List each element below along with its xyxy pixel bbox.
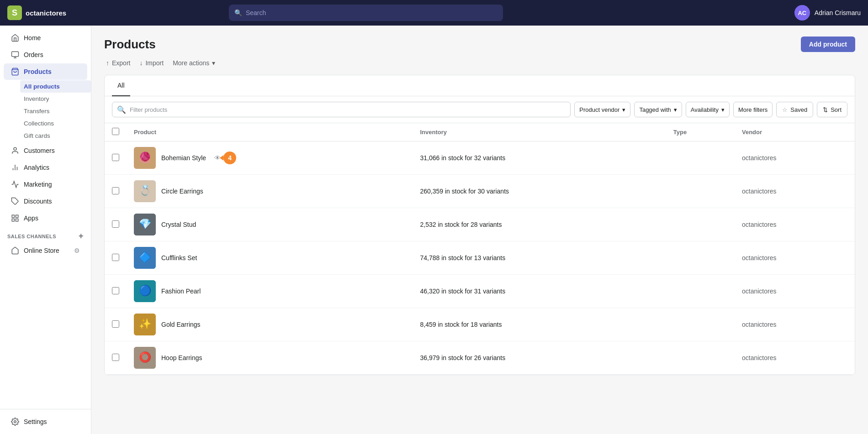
product-cell: 🔷 Cufflinks Set [134,247,405,269]
saved-filter-button[interactable]: ☆ Saved [776,102,813,117]
row-checkbox[interactable] [112,187,119,194]
sales-channels-section: SALES CHANNELS + [0,227,91,243]
table-row: 🔷 Cufflinks Set 74,788 in stock for 13 v… [105,241,855,275]
product-thumbnail: 💍 [134,180,156,202]
row-checkbox[interactable] [112,254,119,261]
sidebar-item-discounts[interactable]: Discounts [4,193,87,209]
user-menu[interactable]: AC Adrian Crismaru [794,5,861,21]
tagged-with-filter[interactable]: Tagged with ▾ [634,102,682,117]
product-thumbnail: 💎 [134,214,156,235]
product-name[interactable]: Gold Earrings [161,321,201,328]
sort-icon: ⇅ [823,106,828,113]
toolbar: ↑ Export ↓ Import More actions ▾ [104,58,855,68]
add-sales-channel-button[interactable]: + [79,231,84,241]
page-title: Products [104,37,156,52]
svg-text:⭕: ⭕ [139,351,152,363]
product-cell: 💎 Crystal Stud [134,214,405,235]
select-all-checkbox[interactable] [112,128,119,135]
sidebar-item-apps[interactable]: Apps [4,210,87,226]
vendor-chevron-icon: ▾ [622,106,625,113]
product-thumbnail: ✨ [134,314,156,335]
vendor-value: octanictores [742,321,776,328]
product-name[interactable]: Cufflinks Set [161,254,197,261]
product-cell: ⭕ Hoop Earrings [134,347,405,369]
sidebar-item-orders[interactable]: Orders [4,47,87,63]
svg-text:🔵: 🔵 [139,284,152,297]
col-vendor: Vendor [735,123,855,141]
subnav-transfers[interactable]: Transfers [20,105,91,117]
shopify-icon: S [7,5,22,20]
filter-search-icon: 🔍 [117,105,126,114]
import-button[interactable]: ↓ Import [138,58,165,68]
svg-rect-10 [16,215,18,217]
product-name[interactable]: Crystal Stud [161,221,196,228]
product-cell: ✨ Gold Earrings [134,314,405,335]
availability-filter[interactable]: Availability ▾ [686,102,730,117]
row-checkbox[interactable] [112,287,119,294]
brand-name: octanictores [26,9,66,17]
product-name[interactable]: Hoop Earrings [161,354,202,361]
product-name[interactable]: Circle Earrings [161,188,203,195]
sidebar-item-products[interactable]: Products [4,63,87,80]
more-actions-button[interactable]: More actions ▾ [171,58,217,68]
product-cell: 💍 Circle Earrings [134,180,405,202]
top-navigation: S octanictores 🔍 AC Adrian Crismaru [0,0,868,26]
vendor-value: octanictores [742,288,776,295]
sidebar-item-marketing[interactable]: Marketing [4,176,87,193]
row-checkbox[interactable] [112,220,119,228]
subnav-inventory[interactable]: Inventory [20,93,91,105]
sidebar-item-online-store[interactable]: Online Store ⚙ [4,243,87,258]
tab-all[interactable]: All [112,75,130,96]
vendor-value: octanictores [742,354,776,361]
products-subnav: All products Inventory Transfers Collect… [0,80,91,142]
inventory-value: 36,979 in stock for 26 variants [420,354,505,361]
inventory-value: 31,066 in stock for 32 variants [420,154,505,162]
sidebar-item-analytics[interactable]: Analytics [4,159,87,176]
settings-icon [11,418,19,426]
subnav-gift-cards[interactable]: Gift cards [20,130,91,142]
sidebar-label-analytics: Analytics [24,164,49,171]
sidebar-item-home[interactable]: Home [4,30,87,46]
product-vendor-filter[interactable]: Product vendor ▾ [574,102,630,117]
subnav-all-products[interactable]: All products [20,80,91,93]
col-type: Type [666,123,735,141]
product-cell: 🔵 Fashion Pearl [134,280,405,302]
export-button[interactable]: ↑ Export [104,58,132,68]
availability-chevron-icon: ▾ [721,106,725,113]
product-name[interactable]: Fashion Pearl [161,288,201,295]
sidebar-label-customers: Customers [24,147,55,154]
brand-logo[interactable]: S octanictores [7,5,80,20]
filter-products-input[interactable] [130,106,566,113]
table-row: 💍 Circle Earrings 260,359 in stock for 3… [105,175,855,208]
products-icon [11,68,19,76]
more-filters-button[interactable]: More filters [733,102,773,117]
main-content: Products Add product ↑ Export ↓ Import M… [91,26,868,434]
inventory-value: 46,320 in stock for 31 variants [420,288,505,295]
orders-icon [11,51,19,59]
sidebar-item-settings[interactable]: Settings [4,413,87,430]
sidebar-label-home: Home [24,34,41,42]
product-thumbnail: 🧶 [134,147,156,169]
filter-bar: 🔍 Product vendor ▾ Tagged with ▾ Availab… [105,96,855,123]
subnav-collections[interactable]: Collections [20,117,91,130]
sidebar-label-settings: Settings [24,418,47,425]
product-name[interactable]: Bohemian Style [161,154,206,162]
sidebar-label-products: Products [24,68,52,75]
inventory-value: 74,788 in stock for 13 variants [420,254,505,261]
search-input[interactable] [246,9,498,16]
col-product: Product [127,123,413,141]
col-inventory: Inventory [413,123,666,141]
svg-rect-0 [12,52,19,57]
sidebar-item-customers[interactable]: Customers [4,142,87,159]
sort-button[interactable]: ⇅ Sort [817,102,847,117]
add-product-button[interactable]: Add product [801,37,855,52]
inventory-value: 8,459 in stock for 18 variants [420,321,502,328]
online-store-settings-icon[interactable]: ⚙ [74,247,80,254]
row-checkbox[interactable] [112,354,119,361]
svg-rect-9 [12,215,14,217]
row-checkbox[interactable] [112,154,119,161]
row-checkbox[interactable] [112,320,119,328]
table-row: ⭕ Hoop Earrings 36,979 in stock for 26 v… [105,341,855,375]
product-cell: 🧶 Bohemian Style 👁 4 [134,147,405,169]
svg-text:✨: ✨ [139,318,152,330]
